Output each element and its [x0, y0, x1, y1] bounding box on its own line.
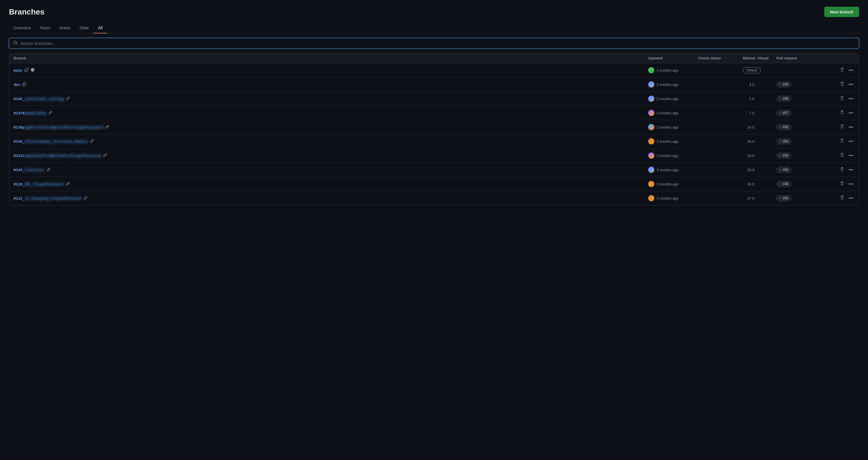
branch-name: #129JumpToConfirmButtonForForgotPassword	[14, 153, 101, 158]
pr-cell: ⑂ #56	[776, 124, 832, 130]
pr-cell: ⑂ #58	[776, 96, 832, 102]
avatar	[648, 110, 654, 116]
copy-icon[interactable]	[22, 82, 26, 87]
ahead-num: 0	[752, 168, 757, 172]
pr-icon: ⑂	[779, 125, 781, 129]
link-icon[interactable]	[105, 125, 109, 130]
branch-name: #138pageForConfirmButtonForForgotPasswor…	[14, 125, 103, 130]
pr-cell: ⑂ #59	[776, 81, 832, 88]
branch-name: dev	[14, 83, 20, 87]
link-icon[interactable]	[66, 182, 70, 186]
behind-num: 33	[743, 168, 751, 172]
updated-time: 2 months ago	[657, 68, 679, 73]
search-input[interactable]	[20, 41, 855, 46]
delete-button[interactable]	[839, 180, 845, 188]
tab-yours[interactable]: Yours	[35, 23, 55, 33]
delete-button[interactable]	[839, 138, 845, 145]
link-icon[interactable]	[84, 196, 88, 201]
updated-cell: 2 months ago	[648, 67, 699, 73]
pr-badge[interactable]: ⑂ #53	[776, 167, 792, 173]
pr-number: #59	[783, 83, 788, 86]
branch-name: #128_URL_ForgotPassword	[14, 182, 64, 186]
link-icon[interactable]	[46, 168, 51, 172]
pr-badge[interactable]: ⑂ #56	[776, 124, 792, 130]
delete-button[interactable]	[839, 123, 845, 131]
pr-badge[interactable]: ⑂ #48	[776, 181, 792, 187]
link-icon[interactable]	[90, 139, 94, 144]
ahead-num: 0	[752, 196, 757, 200]
link-icon[interactable]	[66, 96, 70, 101]
updated-time: 2 months ago	[657, 139, 679, 144]
branch-cell: #150_ColorSchemes_Structure_Mobile	[14, 139, 648, 144]
more-button[interactable]: •••	[847, 166, 854, 173]
updated-time: 2 months ago	[657, 111, 679, 115]
pr-icon: ⑂	[779, 111, 781, 115]
new-branch-button[interactable]: New branch	[824, 7, 859, 17]
pr-badge[interactable]: ⑂ #50	[776, 195, 792, 201]
updated-time: 2 months ago	[657, 182, 679, 186]
table-row: #128_URL_ForgotPassword 2 months ago 26 …	[9, 177, 859, 191]
tab-active[interactable]: Active	[55, 23, 75, 33]
tab-overview[interactable]: Overview	[9, 23, 35, 33]
behind-ahead-cell: 26 0	[743, 182, 776, 186]
delete-button[interactable]	[839, 81, 845, 88]
behind-num: 27	[743, 196, 751, 200]
actions-cell: •••	[832, 123, 854, 131]
table-row: #147HomeworkPay 2 months ago 7 0 ⑂ #57 •…	[9, 106, 859, 120]
actions-cell: •••	[832, 109, 854, 117]
link-icon[interactable]	[49, 111, 52, 115]
updated-time: 2 months ago	[657, 153, 679, 158]
tab-all[interactable]: All	[93, 23, 107, 33]
link-icon[interactable]	[103, 153, 107, 158]
more-button[interactable]: •••	[847, 95, 854, 102]
delete-button[interactable]	[839, 195, 845, 202]
pr-badge[interactable]: ⑂ #59	[776, 81, 792, 88]
behind-ahead-cell: 18 0	[743, 153, 776, 158]
more-button[interactable]: •••	[847, 81, 854, 88]
branch-name: #150_ColorSchemes_Structure_Mobile	[14, 139, 88, 144]
pr-badge[interactable]: ⑂ #55	[776, 152, 792, 159]
pr-number: #56	[783, 125, 788, 129]
more-button[interactable]: •••	[847, 123, 854, 131]
branch-name: #147HomeworkPay	[14, 111, 46, 115]
ahead-num: 0	[752, 125, 757, 130]
shield-icon[interactable]	[31, 68, 35, 73]
delete-button[interactable]	[839, 67, 845, 74]
page-header: Branches New branch	[9, 7, 859, 17]
pr-icon: ⑂	[779, 83, 781, 86]
pr-icon: ⑂	[779, 182, 781, 186]
pr-icon: ⑂	[779, 153, 781, 157]
pr-number: #50	[783, 196, 788, 200]
avatar	[648, 138, 654, 144]
pr-badge[interactable]: ⑂ #54	[776, 138, 792, 144]
avatar	[648, 152, 654, 159]
col-behind: Behind	[743, 56, 755, 60]
tab-stale[interactable]: Stale	[75, 23, 93, 33]
updated-time: 2 months ago	[657, 196, 679, 200]
updated-cell: 2 months ago	[648, 152, 699, 159]
actions-cell: •••	[832, 180, 854, 188]
more-button[interactable]: •••	[847, 152, 854, 159]
avatar	[648, 81, 654, 88]
delete-button[interactable]	[839, 109, 845, 117]
ahead-num: 0	[752, 182, 757, 186]
pr-badge[interactable]: ⑂ #57	[776, 110, 792, 116]
pr-icon: ⑂	[779, 168, 781, 172]
actions-cell: •••	[832, 195, 854, 202]
pr-cell: ⑂ #57	[776, 110, 832, 116]
updated-time: 2 months ago	[657, 168, 679, 172]
search-icon	[13, 40, 18, 46]
more-button[interactable]: •••	[847, 180, 854, 188]
delete-button[interactable]	[839, 152, 845, 159]
more-button[interactable]: •••	[847, 138, 854, 145]
table-row: #129JumpToConfirmButtonForForgotPassword…	[9, 149, 859, 163]
branch-name: #146_consistent_styling	[14, 97, 64, 101]
more-button[interactable]: •••	[847, 67, 854, 74]
more-button[interactable]: •••	[847, 109, 854, 117]
delete-button[interactable]	[839, 166, 845, 173]
more-button[interactable]: •••	[847, 195, 854, 202]
pr-badge[interactable]: ⑂ #58	[776, 96, 792, 102]
ahead-num: 0	[752, 111, 757, 115]
copy-icon[interactable]	[25, 68, 28, 73]
delete-button[interactable]	[839, 95, 845, 102]
